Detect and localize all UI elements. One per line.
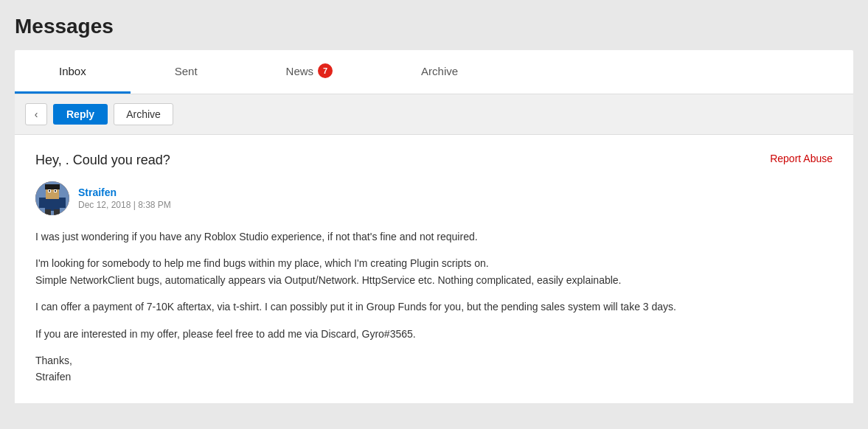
svg-rect-6 bbox=[49, 190, 50, 192]
svg-rect-10 bbox=[45, 209, 51, 215]
back-button[interactable]: ‹ bbox=[25, 103, 47, 125]
message-body: I was just wondering if you have any Rob… bbox=[35, 229, 833, 386]
tab-inbox-label: Inbox bbox=[59, 65, 86, 77]
tab-news-label: News bbox=[286, 65, 314, 77]
tab-news[interactable]: News 7 bbox=[242, 50, 378, 94]
svg-rect-7 bbox=[55, 190, 56, 192]
tabs-bar: Inbox Sent News 7 Archive bbox=[15, 50, 853, 94]
tab-archive[interactable]: Archive bbox=[377, 50, 502, 94]
archive-button[interactable]: Archive bbox=[114, 103, 173, 125]
svg-rect-1 bbox=[45, 198, 60, 211]
report-abuse-link[interactable]: Report Abuse bbox=[770, 153, 833, 164]
message-paragraph: Thanks, Straifen bbox=[35, 352, 833, 386]
sender-row: Straifen Dec 12, 2018 | 8:38 PM bbox=[35, 181, 833, 215]
sender-date: Dec 12, 2018 | 8:38 PM bbox=[78, 200, 171, 210]
tab-sent-label: Sent bbox=[175, 65, 198, 77]
tab-sent[interactable]: Sent bbox=[131, 50, 242, 94]
svg-rect-11 bbox=[54, 209, 60, 215]
tab-inbox[interactable]: Inbox bbox=[15, 50, 131, 94]
sender-info: Straifen Dec 12, 2018 | 8:38 PM bbox=[78, 186, 171, 210]
avatar bbox=[35, 181, 69, 215]
page-title: Messages bbox=[15, 15, 853, 38]
message-paragraph: If you are interested in my offer, pleas… bbox=[35, 326, 833, 342]
sender-name[interactable]: Straifen bbox=[78, 186, 171, 198]
message-toolbar: ‹ Reply Archive bbox=[15, 94, 853, 135]
news-badge: 7 bbox=[318, 63, 333, 78]
message-content: Hey, . Could you read? Report Abuse bbox=[15, 135, 853, 403]
message-header: Hey, . Could you read? Report Abuse bbox=[35, 153, 833, 168]
svg-rect-8 bbox=[39, 198, 45, 208]
message-paragraph: I'm looking for somebody to help me find… bbox=[35, 255, 833, 288]
reply-button[interactable]: Reply bbox=[53, 104, 108, 125]
message-subject: Hey, . Could you read? bbox=[35, 153, 170, 168]
tab-archive-label: Archive bbox=[421, 65, 458, 77]
message-paragraph: I can offer a payment of 7-10K aftertax,… bbox=[35, 299, 833, 315]
message-paragraph: I was just wondering if you have any Rob… bbox=[35, 229, 833, 245]
svg-rect-3 bbox=[45, 184, 60, 189]
svg-rect-9 bbox=[60, 198, 66, 208]
